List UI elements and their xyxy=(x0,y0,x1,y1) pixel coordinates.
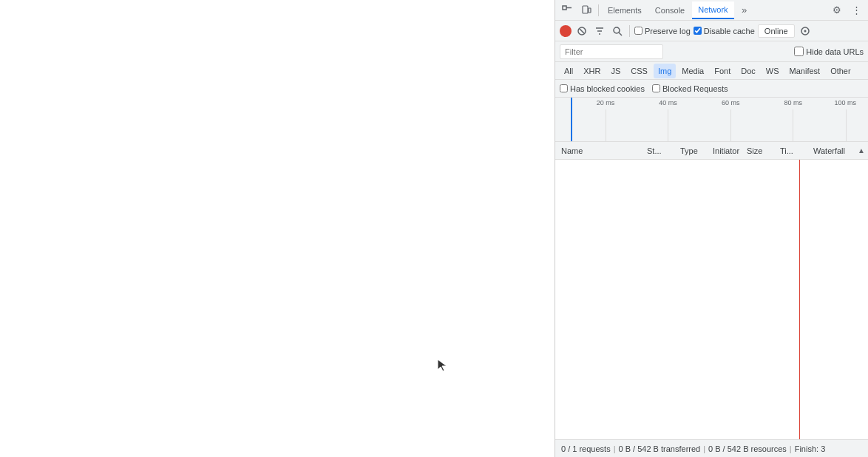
col-header-initiator[interactable]: Initiator xyxy=(710,146,744,155)
blocked-requests-label[interactable]: Blocked Requests xyxy=(652,84,728,93)
settings-button[interactable]: ⚙ xyxy=(828,1,846,19)
device-toolbar-button[interactable] xyxy=(577,1,595,19)
grid-line-60 xyxy=(730,109,731,141)
record-button[interactable] xyxy=(560,25,572,37)
network-toolbar-controls: Preserve log Disable cache Online xyxy=(555,21,868,41)
type-filter-doc[interactable]: Doc xyxy=(736,64,760,78)
filter-toggle-button[interactable] xyxy=(592,24,607,38)
col-header-size[interactable]: Size xyxy=(744,146,777,155)
table-body xyxy=(555,160,868,439)
red-marker-line xyxy=(799,160,800,439)
svg-line-10 xyxy=(619,33,622,35)
transferred-size: 0 B / 542 B transferred xyxy=(619,444,701,453)
svg-rect-0 xyxy=(563,6,566,10)
timeline-label-80: 80 ms xyxy=(784,99,802,106)
col-header-waterfall[interactable]: Waterfall ▲ xyxy=(810,146,868,155)
grid-line-20 xyxy=(606,109,606,141)
svg-point-9 xyxy=(614,27,620,33)
type-filter-js[interactable]: JS xyxy=(606,64,625,78)
waterfall-timeline: 20 ms 40 ms 60 ms 80 ms 100 ms xyxy=(555,98,868,142)
filter-row: Hide data URLs xyxy=(555,41,868,62)
type-filter-all[interactable]: All xyxy=(560,64,577,78)
type-filter-ws[interactable]: WS xyxy=(762,64,784,78)
type-filter-media[interactable]: Media xyxy=(677,64,708,78)
disable-cache-label[interactable]: Disable cache xyxy=(694,27,755,35)
toolbar-separator-1 xyxy=(598,4,599,16)
tab-console[interactable]: Console xyxy=(649,1,691,19)
timeline-label-40: 40 ms xyxy=(659,99,677,106)
sort-arrow-icon: ▲ xyxy=(858,146,865,155)
svg-rect-2 xyxy=(583,6,588,13)
timeline-label-20: 20 ms xyxy=(597,99,615,106)
timeline-label-100: 100 ms xyxy=(834,99,856,106)
resources-size: 0 B / 542 B resources xyxy=(708,444,787,453)
preserve-log-checkbox[interactable] xyxy=(634,27,642,35)
col-header-status[interactable]: St... xyxy=(644,146,677,155)
main-content xyxy=(0,0,555,457)
has-blocked-cookies-label[interactable]: Has blocked cookies xyxy=(560,84,645,93)
type-filter-manifest[interactable]: Manifest xyxy=(785,64,825,78)
timeline-label-60: 60 ms xyxy=(722,99,740,106)
devtools-toolbar: Elements Console Network » ⚙ ⋮ xyxy=(555,0,868,21)
grid-line-40 xyxy=(668,109,668,141)
disable-cache-checkbox[interactable] xyxy=(694,27,702,35)
status-bar: 0 / 1 requests | 0 B / 542 B transferred… xyxy=(555,439,868,457)
type-filter-other[interactable]: Other xyxy=(826,64,855,78)
type-filter-css[interactable]: CSS xyxy=(626,64,652,78)
search-button[interactable] xyxy=(610,24,625,38)
devtools-panel: Elements Console Network » ⚙ ⋮ Preserve … xyxy=(555,0,868,457)
has-blocked-cookies-checkbox[interactable] xyxy=(560,84,568,92)
dom-content-loaded-line xyxy=(571,98,572,141)
filter-input[interactable] xyxy=(560,44,663,59)
grid-line-80 xyxy=(793,109,793,141)
clear-button[interactable] xyxy=(574,24,589,38)
table-header: Name St... Type Initiator Size Ti... Wat… xyxy=(555,142,868,160)
col-header-time[interactable]: Ti... xyxy=(777,146,810,155)
more-tabs-button[interactable]: » xyxy=(736,1,753,19)
hide-data-urls-label[interactable]: Hide data URLs xyxy=(794,47,864,56)
type-filter-xhr[interactable]: XHR xyxy=(579,64,605,78)
preserve-log-label[interactable]: Preserve log xyxy=(634,27,691,35)
svg-point-12 xyxy=(804,30,806,32)
col-header-name[interactable]: Name xyxy=(555,146,644,155)
type-filter-font[interactable]: Font xyxy=(710,64,735,78)
col-header-type[interactable]: Type xyxy=(677,146,710,155)
customize-button[interactable]: ⋮ xyxy=(847,1,865,19)
blocked-requests-checkbox[interactable] xyxy=(652,84,660,92)
toolbar-separator-2 xyxy=(629,25,630,37)
cursor xyxy=(436,358,444,368)
cookie-filter-row: Has blocked cookies Blocked Requests xyxy=(555,80,868,98)
tab-network[interactable]: Network xyxy=(692,1,733,19)
hide-data-urls-checkbox[interactable] xyxy=(794,47,804,56)
inspect-element-button[interactable] xyxy=(558,1,576,19)
type-filter-row: All XHR JS CSS Img Media Font Doc WS Man… xyxy=(555,62,868,80)
throttle-settings-button[interactable] xyxy=(798,24,813,38)
finish-time: Finish: 3 xyxy=(795,444,826,453)
toolbar-right-icons: ⚙ ⋮ xyxy=(828,1,865,19)
svg-rect-3 xyxy=(589,8,591,13)
grid-line-100 xyxy=(846,109,847,141)
requests-count: 0 / 1 requests xyxy=(561,444,611,453)
online-button[interactable]: Online xyxy=(758,24,795,38)
svg-line-5 xyxy=(580,29,584,33)
tab-elements[interactable]: Elements xyxy=(602,1,648,19)
type-filter-img[interactable]: Img xyxy=(654,64,676,78)
